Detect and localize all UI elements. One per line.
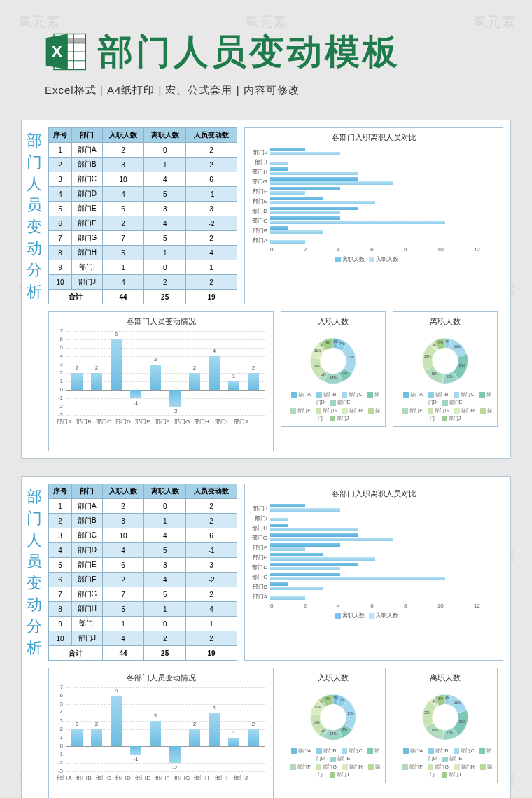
svg-text:16%: 16% [313,721,319,724]
donut-out: 4%16%20%12%16%20%4%8% [407,334,484,388]
hbar-chart: 部门J部门I部门H部门G部门F部门E部门D部门C部门B部门A024681012离… [249,503,480,633]
subtitle: Excel格式 | A4纸打印 | 宏、公式套用 | 内容可修改 [0,80,532,111]
col-header: 序号 [49,128,72,143]
donut-legend: 部门A 部门B 部门C 部门D 部门E部门F 部门G 部门H 部门I 部门J [398,747,493,778]
donut-out-title: 离职人数 [430,673,461,683]
col-header: 离职人数 [144,484,186,499]
svg-text:8%: 8% [438,341,443,344]
vbar-title: 各部门人员变动情况 [53,673,269,683]
donut-in-box: 入职人数 5%7%23%9%14%5%16%11%2%9% 部门A 部门B 部门… [281,312,386,427]
svg-text:20%: 20% [459,720,465,724]
donut-in: 5%7%23%9%14%5%16%11%2%9% [295,334,372,388]
table-body: 1部门A2022部门B3123部门C10464部门D45-15部门E6336部门… [49,143,237,290]
col-header: 部门 [72,484,102,499]
footer-chg: 19 [186,646,237,661]
donut-out-box: 离职人数 4%16%20%12%16%20%4%8% 部门A 部门B 部门C 部… [393,668,498,783]
side-label: 部门人员变动分析 [26,486,44,659]
table-header-row: 序号部门入职人数离职人数人员变动数 [49,484,237,499]
table-row: 2部门B312 [49,514,237,528]
donut-legend: 部门A 部门B 部门C 部门D 部门E部门F 部门G 部门H 部门I 部门J [398,391,493,422]
table-row: 6部门F24-2 [49,216,237,231]
svg-text:14%: 14% [330,376,336,379]
svg-text:23%: 23% [348,712,354,715]
svg-text:11%: 11% [314,706,321,709]
hbar-title: 各部门入职离职人员对比 [249,489,498,499]
col-header: 入职人数 [102,128,144,143]
svg-text:16%: 16% [431,372,438,376]
col-header: 部门 [72,128,102,143]
table-row: 9部门I101 [49,617,237,631]
svg-text:14%: 14% [330,732,336,736]
svg-text:12%: 12% [447,375,453,379]
donut-legend: 部门A 部门B 部门C 部门D 部门E部门F 部门G 部门H 部门I 部门J [286,391,381,422]
table-row: 4部门D45-1 [49,543,237,558]
table-row: 4部门D45-1 [49,187,237,202]
col-header: 序号 [49,484,72,499]
donut-in-title: 入职人数 [318,316,349,327]
table-row: 5部门E633 [49,202,237,216]
footer-in: 44 [102,290,144,304]
donut-in-box: 入职人数 5%7%23%9%14%5%16%11%2%9% 部门A 部门B 部门… [281,668,386,783]
table-row: 6部门F24-2 [49,573,237,587]
footer-in: 44 [102,646,144,661]
vbar-title: 各部门人员变动情况 [53,316,269,327]
data-table: 序号部门入职人数离职人数人员变动数 1部门A2022部门B3123部门C1046… [48,127,237,304]
svg-text:5%: 5% [333,340,338,344]
table-footer-row: 合计 44 25 19 [49,290,237,304]
table-footer-row: 合计 44 25 19 [49,646,237,661]
table-body: 1部门A2022部门B3123部门C10464部门D45-15部门E6336部门… [49,499,237,646]
donut-out-box: 离职人数 4%16%20%12%16%20%4%8% 部门A 部门B 部门C 部… [393,312,498,427]
svg-text:12%: 12% [447,732,453,735]
svg-text:20%: 20% [424,711,430,715]
svg-text:16%: 16% [431,729,438,732]
svg-text:7%: 7% [340,699,344,702]
analysis-panel: 部门人员变动分析 序号部门入职人数离职人数人员变动数 1部门A2022部门B31… [21,476,511,798]
footer-out: 25 [144,290,186,304]
header: X 部门人员变动模板 [0,0,532,80]
svg-text:4%: 4% [445,696,450,700]
table-row: 8部门H514 [49,246,237,260]
footer-out: 25 [144,646,186,661]
footer-chg: 19 [186,290,237,304]
donut-out-title: 离职人数 [430,316,461,327]
table-row: 1部门A202 [49,143,237,158]
excel-icon: X [42,28,90,76]
svg-text:23%: 23% [348,356,354,359]
col-header: 离职人数 [144,128,186,143]
page-title: 部门人员变动模板 [98,29,400,76]
table-row: 1部门A202 [49,499,237,514]
svg-text:20%: 20% [459,364,465,368]
svg-text:16%: 16% [313,365,319,368]
data-table: 序号部门入职人数离职人数人员变动数 1部门A2022部门B3123部门C1046… [48,484,237,661]
hbar-chart-box: 各部门入职离职人员对比 部门J部门I部门H部门G部门F部门E部门D部门C部门B部… [244,484,503,661]
table-row: 5部门E633 [49,558,237,573]
table-row: 10部门J422 [49,631,237,646]
col-header: 人员变动数 [186,128,237,143]
vbar-chart: -3-2-101234567部门A部门B部门C部门D部门E部门F部门G部门H部门… [53,331,269,447]
svg-text:16%: 16% [454,345,461,349]
hbar-chart-box: 各部门入职离职人员对比 部门J部门I部门H部门G部门F部门E部门D部门C部门B部… [244,127,503,304]
svg-text:9%: 9% [342,728,347,732]
svg-text:11%: 11% [314,349,321,353]
donut-in: 5%7%23%9%14%5%16%11%2%9% [295,690,372,744]
col-header: 入职人数 [102,484,144,499]
table-row: 7部门G752 [49,587,237,602]
donut-legend: 部门A 部门B 部门C 部门D 部门E部门F 部门G 部门H 部门I 部门J [286,747,381,778]
table-row: 3部门C1046 [49,172,237,187]
svg-text:5%: 5% [333,696,338,700]
table-header-row: 序号部门入职人数离职人数人员变动数 [49,128,237,143]
svg-text:7%: 7% [340,342,344,346]
svg-text:9%: 9% [326,697,330,701]
svg-text:X: X [52,42,62,60]
side-label: 部门人员变动分析 [26,130,44,302]
svg-text:9%: 9% [326,341,330,344]
analysis-panel: 部门人员变动分析 序号部门入职人数离职人数人员变动数 1部门A2022部门B31… [21,120,511,459]
hbar-title: 各部门入职离职人员对比 [249,132,498,143]
vbar-chart-box: 各部门人员变动情况 -3-2-101234567部门A部门B部门C部门D部门E部… [48,312,274,451]
table-row: 8部门H514 [49,602,237,617]
vbar-chart: -3-2-101234567部门A部门B部门C部门D部门E部门F部门G部门H部门… [53,687,269,798]
donut-out: 4%16%20%12%16%20%4%8% [407,690,484,744]
svg-text:20%: 20% [424,355,430,358]
svg-text:9%: 9% [342,372,347,375]
hbar-chart: 部门J部门I部门H部门G部门F部门E部门D部门C部门B部门A024681012离… [249,147,480,276]
